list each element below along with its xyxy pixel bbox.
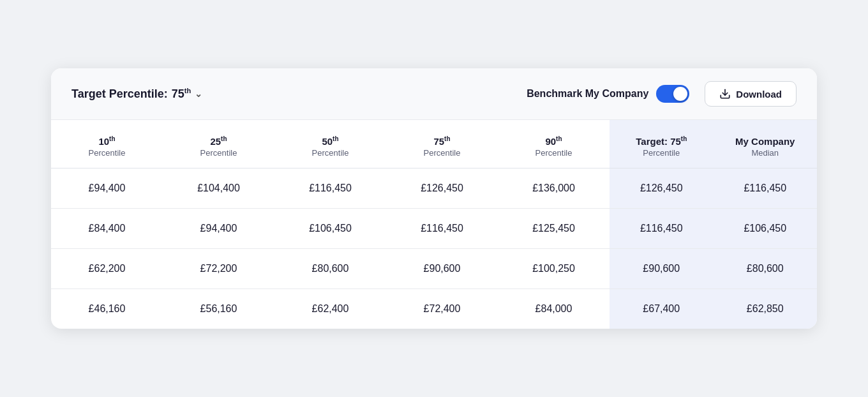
data-table-wrapper: 10thPercentile 25thPercentile 50thPercen…: [51, 120, 817, 329]
cell-target-row0: £126,450: [610, 169, 714, 209]
cell-target-row1: £116,450: [610, 209, 714, 249]
col-header-25th: 25thPercentile: [163, 120, 274, 169]
main-card: Target Percentile: 75th ⌄ Benchmark My C…: [51, 68, 817, 329]
cell-col25-row3: £56,160: [163, 289, 274, 329]
target-percentile-selector[interactable]: Target Percentile: 75th ⌄: [71, 87, 202, 101]
cell-col10-row2: £62,200: [51, 249, 163, 289]
chevron-down-icon[interactable]: ⌄: [195, 89, 202, 99]
benchmark-label: Benchmark My Company: [527, 88, 648, 100]
cell-col90-row3: £84,000: [498, 289, 610, 329]
download-icon: [719, 88, 731, 100]
toolbar-right: Benchmark My Company Download: [527, 81, 797, 107]
download-label: Download: [736, 89, 782, 100]
cell-col25-row2: £72,200: [163, 249, 274, 289]
cell-col50-row1: £106,450: [274, 209, 386, 249]
table-row: £46,160£56,160£62,400£72,400£84,000£67,4…: [51, 289, 817, 329]
cell-col10-row0: £94,400: [51, 169, 163, 209]
col-header-75th: 75thPercentile: [386, 120, 498, 169]
cell-mycompany-row1: £106,450: [714, 209, 818, 249]
cell-col90-row1: £125,450: [498, 209, 610, 249]
cell-col90-row2: £100,250: [498, 249, 610, 289]
toolbar: Target Percentile: 75th ⌄ Benchmark My C…: [51, 68, 817, 120]
table-row: £94,400£104,400£116,450£126,450£136,000£…: [51, 169, 817, 209]
cell-col75-row2: £90,600: [386, 249, 498, 289]
cell-target-row3: £67,400: [610, 289, 714, 329]
table-body: £94,400£104,400£116,450£126,450£136,000£…: [51, 169, 817, 329]
download-button[interactable]: Download: [705, 81, 797, 107]
cell-col25-row1: £94,400: [163, 209, 274, 249]
cell-mycompany-row3: £62,850: [714, 289, 818, 329]
cell-col50-row3: £62,400: [274, 289, 386, 329]
cell-col90-row0: £136,000: [498, 169, 610, 209]
cell-target-row2: £90,600: [610, 249, 714, 289]
col-header-mycompany: My CompanyMedian: [714, 120, 818, 169]
table-row: £62,200£72,200£80,600£90,600£100,250£90,…: [51, 249, 817, 289]
cell-mycompany-row2: £80,600: [714, 249, 818, 289]
col-header-target: Target: 75thPercentile: [610, 120, 714, 169]
col-header-50th: 50thPercentile: [274, 120, 386, 169]
table-header-row: 10thPercentile 25thPercentile 50thPercen…: [51, 120, 817, 169]
col-header-10th: 10thPercentile: [51, 120, 163, 169]
col-header-90th: 90thPercentile: [498, 120, 610, 169]
target-percentile-value: 75th: [172, 87, 191, 101]
cell-mycompany-row0: £116,450: [714, 169, 818, 209]
benchmark-toggle[interactable]: [656, 85, 689, 103]
table-row: £84,400£94,400£106,450£116,450£125,450£1…: [51, 209, 817, 249]
cell-col75-row0: £126,450: [386, 169, 498, 209]
toggle-slider: [656, 85, 689, 103]
cell-col10-row1: £84,400: [51, 209, 163, 249]
cell-col25-row0: £104,400: [163, 169, 274, 209]
benchmark-toggle-group: Benchmark My Company: [527, 85, 689, 103]
cell-col10-row3: £46,160: [51, 289, 163, 329]
cell-col50-row2: £80,600: [274, 249, 386, 289]
cell-col75-row3: £72,400: [386, 289, 498, 329]
cell-col75-row1: £116,450: [386, 209, 498, 249]
cell-col50-row0: £116,450: [274, 169, 386, 209]
benchmark-table: 10thPercentile 25thPercentile 50thPercen…: [51, 120, 817, 329]
target-percentile-label: Target Percentile:: [71, 87, 168, 101]
